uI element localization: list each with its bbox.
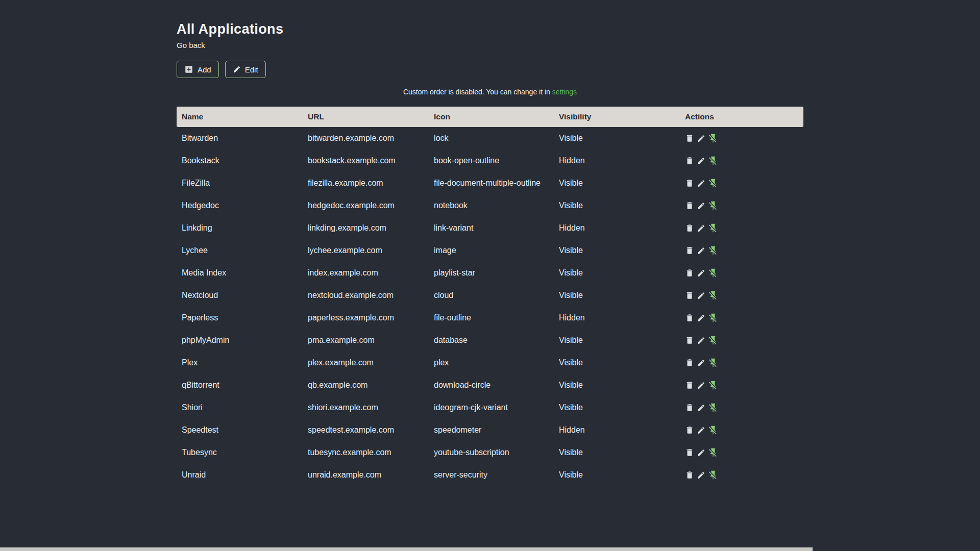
unpin-button[interactable]	[708, 358, 718, 368]
edit-row-button[interactable]	[697, 381, 705, 390]
edit-row-button[interactable]	[697, 291, 705, 300]
delete-button[interactable]	[685, 403, 694, 412]
app-actions-cell	[680, 352, 803, 374]
delete-button[interactable]	[685, 246, 694, 255]
table-row: Shiori shiori.example.com ideogram-cjk-v…	[177, 396, 803, 419]
edit-row-button[interactable]	[697, 336, 705, 345]
edit-row-button[interactable]	[697, 314, 705, 322]
trash-icon	[685, 179, 694, 188]
app-visibility-cell: Visible	[554, 329, 680, 352]
pin-off-icon	[708, 290, 718, 300]
unpin-button[interactable]	[708, 178, 718, 188]
unpin-button[interactable]	[708, 245, 718, 256]
add-button[interactable]: Add	[177, 61, 219, 78]
app-icon-name-cell: plex	[429, 352, 554, 374]
app-visibility-cell: Hidden	[554, 419, 680, 441]
unpin-button[interactable]	[708, 223, 718, 233]
unpin-button[interactable]	[708, 425, 718, 435]
pin-off-icon	[708, 201, 718, 211]
trash-icon	[685, 403, 694, 412]
unpin-button[interactable]	[708, 290, 718, 300]
delete-button[interactable]	[685, 156, 694, 165]
edit-row-button[interactable]	[697, 269, 705, 278]
unpin-button[interactable]	[708, 313, 718, 323]
app-visibility-cell: Hidden	[554, 149, 680, 172]
unpin-button[interactable]	[708, 335, 718, 345]
horizontal-scrollbar-thumb[interactable]	[0, 547, 813, 551]
edit-row-button[interactable]	[697, 471, 705, 480]
app-name-cell: Bookstack	[177, 149, 303, 172]
edit-row-button[interactable]	[697, 246, 705, 255]
app-icon-name-cell: database	[429, 329, 554, 352]
edit-row-button[interactable]	[697, 224, 705, 233]
edit-row-button[interactable]	[697, 134, 705, 143]
settings-link[interactable]: settings	[552, 88, 577, 96]
pencil-icon	[697, 426, 705, 435]
app-visibility-cell: Hidden	[554, 217, 680, 239]
unpin-button[interactable]	[708, 470, 718, 480]
pin-off-icon	[708, 425, 718, 435]
app-actions-cell	[680, 172, 803, 194]
edit-row-button[interactable]	[697, 359, 705, 367]
app-actions-cell	[680, 127, 803, 149]
app-name-cell: Media Index	[177, 262, 303, 284]
pencil-icon	[697, 269, 705, 278]
app-actions-cell	[680, 262, 803, 284]
delete-button[interactable]	[685, 179, 694, 188]
app-name-cell: Plex	[177, 352, 303, 374]
delete-button[interactable]	[685, 448, 694, 457]
go-back-link[interactable]: Go back	[177, 41, 205, 49]
app-url-cell: shiori.example.com	[303, 396, 429, 419]
delete-button[interactable]	[685, 381, 694, 390]
app-table-body: Bitwarden bitwarden.example.com lock Vis…	[177, 127, 803, 486]
delete-button[interactable]	[685, 134, 694, 143]
delete-button[interactable]	[685, 336, 694, 345]
edit-row-button[interactable]	[697, 448, 705, 457]
unpin-button[interactable]	[708, 403, 718, 413]
unpin-button[interactable]	[708, 447, 718, 458]
app-actions-cell	[680, 307, 803, 329]
edit-button[interactable]: Edit	[225, 61, 266, 78]
unpin-button[interactable]	[708, 201, 718, 211]
edit-row-button[interactable]	[697, 404, 705, 412]
delete-button[interactable]	[685, 268, 694, 278]
delete-button[interactable]	[685, 470, 694, 480]
app-url-cell: bookstack.example.com	[303, 149, 429, 172]
app-url-cell: linkding.example.com	[303, 217, 429, 239]
edit-row-button[interactable]	[697, 157, 705, 165]
app-name-cell: Linkding	[177, 217, 303, 239]
pencil-icon	[697, 336, 705, 345]
delete-button[interactable]	[685, 313, 694, 322]
app-actions-cell	[680, 239, 803, 262]
delete-button[interactable]	[685, 291, 694, 300]
trash-icon	[685, 336, 694, 345]
custom-order-notice: Custom order is disabled. You can change…	[177, 88, 803, 96]
app-name-cell: Paperless	[177, 307, 303, 329]
edit-row-button[interactable]	[697, 202, 705, 210]
app-url-cell: tubesync.example.com	[303, 441, 429, 464]
app-name-cell: Speedtest	[177, 419, 303, 441]
app-url-cell: filezilla.example.com	[303, 172, 429, 194]
app-url-cell: paperless.example.com	[303, 307, 429, 329]
unpin-button[interactable]	[708, 268, 718, 278]
unpin-button[interactable]	[708, 156, 718, 166]
app-actions-cell	[680, 374, 803, 396]
app-actions-cell	[680, 464, 803, 486]
delete-button[interactable]	[685, 425, 694, 435]
delete-button[interactable]	[685, 201, 694, 210]
edit-button-label: Edit	[245, 66, 258, 73]
pin-off-icon	[708, 447, 718, 458]
edit-row-button[interactable]	[697, 426, 705, 435]
unpin-button[interactable]	[708, 380, 718, 390]
pencil-icon	[697, 179, 705, 188]
pin-off-icon	[708, 178, 718, 188]
pin-off-icon	[708, 156, 718, 166]
delete-button[interactable]	[685, 223, 694, 233]
delete-button[interactable]	[685, 358, 694, 367]
column-header-icon: Icon	[429, 107, 554, 127]
app-name-cell: Lychee	[177, 239, 303, 262]
app-icon-name-cell: cloud	[429, 284, 554, 307]
app-url-cell: nextcloud.example.com	[303, 284, 429, 307]
edit-row-button[interactable]	[697, 179, 705, 188]
unpin-button[interactable]	[708, 133, 718, 143]
